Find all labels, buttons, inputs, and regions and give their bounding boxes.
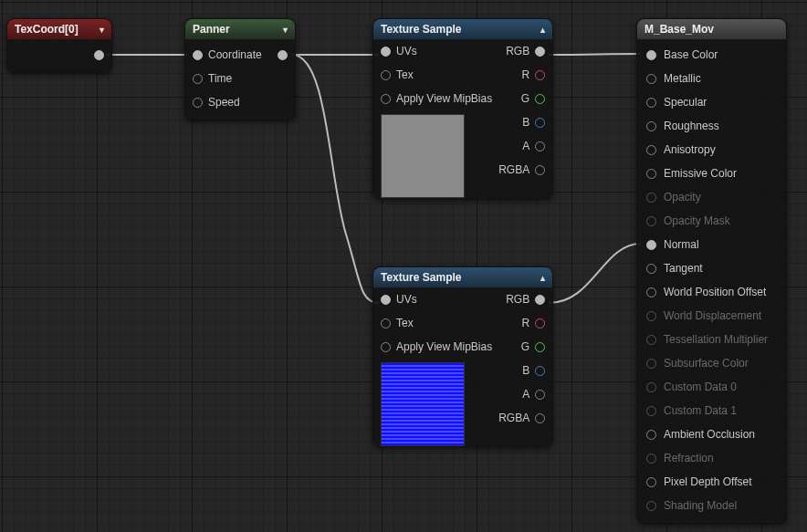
material-pin-tessellation-multiplier[interactable]: Tessellation Multiplier <box>637 328 786 351</box>
input-pin[interactable] <box>646 382 656 392</box>
node-header[interactable]: Texture Sample ▴ <box>373 19 552 39</box>
input-pin[interactable] <box>646 406 656 416</box>
node-body: Base ColorMetallicSpecularRoughnessAniso… <box>637 39 786 523</box>
pin-label: G <box>521 340 529 353</box>
material-pin-base-color[interactable]: Base Color <box>637 43 786 67</box>
input-pin[interactable] <box>646 501 656 511</box>
input-pin[interactable] <box>646 145 656 155</box>
output-pin-a[interactable] <box>535 141 545 151</box>
material-pin-roughness[interactable]: Roughness <box>637 114 786 138</box>
output-pin-g[interactable] <box>535 342 545 352</box>
node-texture-sample-2[interactable]: Texture Sample ▴ UVs Tex Apply View MipB… <box>372 266 553 447</box>
input-pin-mipbias[interactable] <box>381 342 391 352</box>
input-pin[interactable] <box>646 121 656 131</box>
output-pin-r[interactable] <box>535 318 545 329</box>
material-pin-world-displacement[interactable]: World Displacement <box>637 304 786 328</box>
material-pin-world-position-offset[interactable]: World Position Offset <box>637 280 786 304</box>
output-pin-rgba[interactable] <box>535 413 545 423</box>
material-pin-tangent[interactable]: Tangent <box>637 256 786 280</box>
material-pin-specular[interactable]: Specular <box>637 90 786 114</box>
output-pin-g[interactable] <box>535 94 545 104</box>
material-pin-opacity-mask[interactable]: Opacity Mask <box>637 209 786 233</box>
material-pin-pixel-depth-offset[interactable]: Pixel Depth Offset <box>637 470 786 494</box>
material-pin-anisotropy[interactable]: Anisotropy <box>637 138 786 162</box>
node-header[interactable]: Texture Sample ▴ <box>373 267 552 287</box>
input-pin[interactable] <box>646 430 656 440</box>
input-pin[interactable] <box>646 335 656 345</box>
input-pin-coordinate[interactable] <box>193 50 203 60</box>
material-pin-subsurface-color[interactable]: Subsurface Color <box>637 351 786 375</box>
input-pin[interactable] <box>646 454 656 464</box>
chevron-down-icon[interactable]: ▾ <box>100 25 104 35</box>
material-pin-refraction[interactable]: Refraction <box>637 446 786 470</box>
input-pin[interactable] <box>646 287 656 297</box>
input-pin[interactable] <box>646 193 656 203</box>
chevron-up-icon[interactable]: ▴ <box>540 25 545 35</box>
input-pin-time[interactable] <box>193 74 203 84</box>
pin-label: Apply View MipBias <box>396 92 492 105</box>
node-body: UVs Tex Apply View MipBias RGB R G B A R… <box>373 39 552 198</box>
pin-label: Tex <box>396 317 414 329</box>
pin-label: Roughness <box>664 120 719 132</box>
output-pin-rgba[interactable] <box>535 165 545 175</box>
input-pin[interactable] <box>646 74 656 84</box>
input-pin-speed[interactable] <box>193 98 203 108</box>
pin-label: Emissive Color <box>664 167 737 180</box>
material-pin-metallic[interactable]: Metallic <box>637 67 786 90</box>
material-pin-custom-data-0[interactable]: Custom Data 0 <box>637 375 786 399</box>
input-pin[interactable] <box>646 359 656 369</box>
pin-label: Specular <box>664 96 707 109</box>
pin-label: Apply View MipBias <box>396 340 492 353</box>
pin-label: UVs <box>396 293 417 306</box>
material-pin-emissive-color[interactable]: Emissive Color <box>637 162 786 185</box>
input-pin[interactable] <box>646 264 656 274</box>
pin-label: Refraction <box>664 452 714 464</box>
output-pin-rgb[interactable] <box>535 47 545 57</box>
node-material-output[interactable]: M_Base_Mov Base ColorMetallicSpecularRou… <box>636 18 787 524</box>
input-pin[interactable] <box>646 216 656 226</box>
node-header[interactable]: Panner ▾ <box>185 19 295 39</box>
node-header[interactable]: TexCoord[0] ▾ <box>7 19 111 39</box>
pin-label: Anisotropy <box>664 143 716 156</box>
material-pin-shading-model[interactable]: Shading Model <box>637 494 786 517</box>
material-pin-ambient-occlusion[interactable]: Ambient Occlusion <box>637 422 786 446</box>
input-pin[interactable] <box>646 240 656 250</box>
node-panner[interactable]: Panner ▾ Coordinate Time Speed <box>184 18 296 120</box>
material-pin-custom-data-1[interactable]: Custom Data 1 <box>637 399 786 422</box>
chevron-up-icon[interactable]: ▴ <box>540 273 545 283</box>
input-pin[interactable] <box>646 169 656 179</box>
pin-label: World Position Offset <box>664 286 766 298</box>
input-pin[interactable] <box>646 50 656 60</box>
input-pin-tex[interactable] <box>381 318 391 329</box>
pin-label: Base Color <box>664 48 718 61</box>
pin-label: World Displacement <box>664 309 761 322</box>
pin-label: RGB <box>506 45 529 57</box>
output-pin[interactable] <box>94 50 104 60</box>
input-pin[interactable] <box>646 311 656 321</box>
pin-label: Pixel Depth Offset <box>664 475 752 488</box>
node-header[interactable]: M_Base_Mov <box>637 19 786 39</box>
input-pin-mipbias[interactable] <box>381 94 391 104</box>
material-pin-normal[interactable]: Normal <box>637 233 786 256</box>
pin-label: R <box>522 317 530 329</box>
chevron-down-icon[interactable]: ▾ <box>283 25 288 35</box>
pin-label: UVs <box>396 45 417 57</box>
output-pin[interactable] <box>278 50 288 60</box>
output-pin-rgb[interactable] <box>535 295 545 305</box>
output-pin-b[interactable] <box>535 118 545 128</box>
texture-preview <box>381 362 465 446</box>
input-pin[interactable] <box>646 477 656 487</box>
pin-label: Tex <box>396 68 414 81</box>
input-pin-uvs[interactable] <box>381 47 391 57</box>
node-title: Texture Sample <box>381 271 461 284</box>
input-pin-uvs[interactable] <box>381 295 391 305</box>
output-pin-a[interactable] <box>535 390 545 400</box>
input-pin-tex[interactable] <box>381 70 391 80</box>
output-pin-r[interactable] <box>535 70 545 80</box>
material-pin-opacity[interactable]: Opacity <box>637 185 786 209</box>
node-texcoord[interactable]: TexCoord[0] ▾ <box>6 18 112 73</box>
input-pin[interactable] <box>646 98 656 108</box>
output-pin-b[interactable] <box>535 366 545 376</box>
node-texture-sample-1[interactable]: Texture Sample ▴ UVs Tex Apply View MipB… <box>372 18 553 199</box>
pin-label: RGB <box>506 293 529 306</box>
